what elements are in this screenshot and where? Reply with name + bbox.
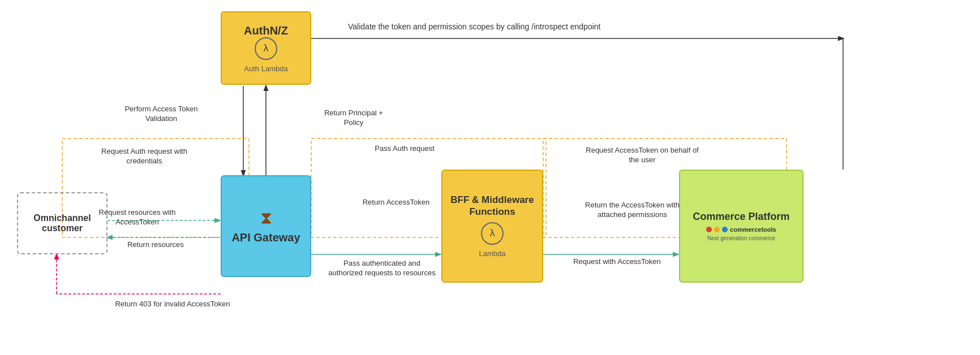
authn-title: AuthN/Z <box>244 24 288 37</box>
authn-subtitle: Auth Lambda <box>244 64 287 73</box>
gateway-title: API Gateway <box>231 231 300 244</box>
ct-brand-text: commercetools <box>730 226 776 233</box>
return-accesstoken-attached-label: Return the AccessToken with attached per… <box>577 201 687 220</box>
authn-lambda-icon: λ <box>255 37 277 60</box>
return-403-label: Return 403 for invalid AccessToken <box>110 300 235 309</box>
validate-token-label: Validate the token and permission scopes… <box>348 21 699 32</box>
authn-box: AuthN/Z λ Auth Lambda <box>221 11 311 85</box>
return-principal-label: Return Principal + Policy <box>314 109 393 128</box>
diagram-container: AuthN/Z λ Auth Lambda ⧗ API Gateway BFF … <box>0 0 980 355</box>
return-resources-label: Return resources <box>108 240 204 250</box>
pass-auth-label: Pass Auth request <box>362 144 447 154</box>
bff-box: BFF & Middleware Functions λ Lambda <box>441 170 543 283</box>
ct-icon-orange <box>714 227 720 232</box>
bff-subtitle: Lambda <box>479 249 506 258</box>
request-auth-label: Request Auth request with credentials <box>85 147 204 166</box>
pass-authenticated-label: Pass authenticated and authorized reques… <box>325 259 439 278</box>
request-accesstoken-behalf-label: Request AccessToken on behalf of the use… <box>586 146 699 165</box>
return-accesstoken-label: Return AccessToken <box>351 198 441 207</box>
commercetools-logo: commercetools <box>706 226 776 233</box>
ct-icon-red <box>706 227 712 232</box>
bff-title: BFF & Middleware Functions <box>442 194 542 218</box>
perform-access-label: Perform Access Token Validation <box>113 105 209 124</box>
ct-brand-sub: Next generation commerce <box>707 235 775 241</box>
request-resources-label: Request resources with AccessToken <box>88 208 187 227</box>
commerce-title: Commerce Platform <box>693 211 789 223</box>
bff-lambda-icon: λ <box>481 222 504 245</box>
ct-icon-blue <box>722 227 728 232</box>
request-with-accesstoken-label: Request with AccessToken <box>570 257 664 267</box>
gateway-box: ⧗ API Gateway <box>221 175 311 277</box>
gateway-icon: ⧗ <box>260 209 272 228</box>
commerce-box: Commerce Platform commercetools Next gen… <box>679 170 803 283</box>
